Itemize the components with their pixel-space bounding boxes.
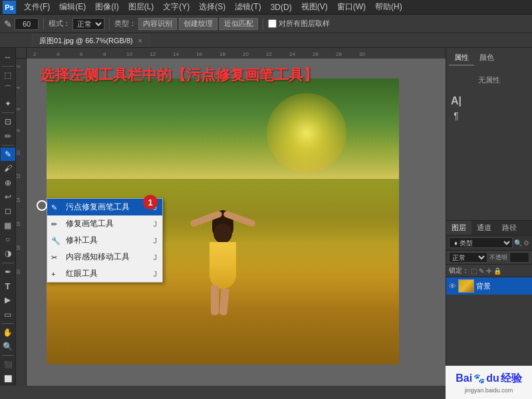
blur-tool[interactable]: ○ — [1, 233, 15, 246]
gradient-tool[interactable]: ▦ — [1, 219, 15, 232]
properties-panel: 属性 颜色 无属性 A| ¶ — [446, 48, 532, 221]
layer-lock-row: 锁定： ⬚ ✎ ✛ 🔒 — [446, 265, 532, 277]
crop-tool[interactable]: ⊡ — [1, 115, 15, 128]
sep3 — [263, 18, 263, 30]
menu-edit[interactable]: 编辑(E) — [55, 0, 90, 14]
sep2 — [109, 18, 110, 30]
sep — [2, 66, 14, 66]
paths-tab[interactable]: 路径 — [497, 221, 522, 235]
approx-match-btn[interactable]: 近似匹配 — [219, 18, 258, 30]
layers-tab[interactable]: 图层 — [446, 221, 471, 235]
menu-image[interactable]: 图像(I) — [91, 0, 122, 14]
all-layers-checkbox[interactable] — [268, 19, 277, 28]
history-brush-tool[interactable]: ↩ — [1, 190, 15, 203]
blend-mode-select[interactable]: 正常 — [449, 252, 487, 263]
tool-icon: ✎ — [4, 19, 12, 29]
mode-select[interactable]: 正常 — [72, 18, 104, 30]
menu-help[interactable]: 帮助(H) — [371, 0, 406, 14]
foreground-color[interactable]: ⬛ — [1, 358, 15, 371]
ctx-patch[interactable]: 🔧 修补工具 J — [47, 232, 162, 249]
ps-icon: Ps — [3, 1, 16, 14]
menu-bar: Ps 文件(F) 编辑(E) 图像(I) 图层(L) 文字(Y) 选择(S) 滤… — [0, 0, 532, 15]
background-color[interactable]: ⬜ — [1, 372, 15, 386]
layers-search-row: ♦ 类型 🔍 ⚙ — [446, 235, 532, 251]
lock-all-icon[interactable]: 🔒 — [493, 267, 501, 275]
ctx-repair-brush[interactable]: ✏ 修复画笔工具 J — [47, 215, 162, 232]
lock-transparent-icon[interactable]: ⬚ — [471, 267, 477, 275]
brush-tool[interactable]: 🖌 — [1, 162, 15, 175]
lock-position-icon[interactable]: ✛ — [486, 267, 491, 275]
canvas-content: 选择左侧工具栏中的【污点修复画笔工具】 ✎ 污点修复画笔工具 J ✏ 修复画笔工… — [27, 59, 446, 386]
photo-sun-glow — [267, 93, 346, 173]
layer-type-select[interactable]: ♦ 类型 — [449, 237, 513, 248]
baidu-logo: Bai 🐾 du 经验 — [456, 372, 521, 386]
all-layers-checkbox-label[interactable]: 对所有图层取样 — [268, 19, 330, 29]
eyedropper-tool[interactable]: ✏ — [1, 130, 15, 143]
photo-girl — [196, 202, 249, 322]
magic-wand-tool[interactable]: ✦ — [1, 97, 15, 110]
red-eye-icon: + — [51, 270, 55, 278]
menu-view[interactable]: 视图(V) — [297, 0, 332, 14]
menu-filter[interactable]: 滤镜(T) — [231, 0, 265, 14]
baidu-url: jingyan.baidu.com — [465, 387, 513, 394]
pen-tool[interactable]: ✒ — [1, 265, 15, 279]
menu-layer[interactable]: 图层(L) — [124, 0, 158, 14]
move-tool[interactable]: ↔ — [1, 51, 15, 64]
zoom-tool[interactable]: 🔍 — [1, 340, 15, 353]
lasso-tool[interactable]: ⌒ — [1, 83, 15, 96]
layers-tabs: 图层 通道 路径 — [446, 221, 532, 235]
repair-brush-icon: ✏ — [51, 219, 57, 228]
color-tab[interactable]: 颜色 — [474, 51, 499, 66]
menu-3d[interactable]: 3D(D) — [267, 1, 296, 13]
ruler-left: 2 4 6 8 10 12 14 16 18 20 — [16, 59, 27, 386]
canvas-area: 2 4 6 8 10 12 14 16 18 20 22 24 26 28 30… — [16, 48, 446, 386]
layer-visibility-icon[interactable]: 👁 — [449, 282, 456, 290]
channels-tab[interactable]: 通道 — [471, 221, 497, 235]
text-style-icon[interactable]: A| — [449, 94, 464, 108]
menu-text[interactable]: 文字(Y) — [159, 0, 194, 14]
menu-select[interactable]: 选择(S) — [195, 0, 229, 14]
lock-image-icon[interactable]: ✎ — [479, 267, 484, 275]
dodge-tool[interactable]: ◑ — [1, 247, 15, 260]
options-bar: ✎ 模式： 正常 类型： 内容识别 创建纹理 近似匹配 对所有图层取样 — [0, 15, 532, 33]
step-badge: 1 — [143, 195, 158, 209]
ruler-corner — [16, 48, 27, 59]
patch-icon: 🔧 — [51, 236, 61, 245]
layer-item-background[interactable]: 👁 背景 — [446, 277, 532, 295]
document-tab[interactable]: 原图01.jpg @ 66.7%(RGB/8) × — [32, 34, 150, 47]
baidu-watermark: Bai 🐾 du 经验 jingyan.baidu.com — [446, 366, 532, 399]
hand-tool[interactable]: ✋ — [1, 326, 15, 339]
marquee-tool[interactable]: ⬚ — [1, 68, 15, 82]
ctx-content-move[interactable]: ✂ 内容感知移动工具 J — [47, 249, 162, 265]
opacity-input[interactable] — [509, 252, 529, 263]
ctx-red-eye[interactable]: + 红眼工具 J — [47, 265, 162, 282]
create-texture-btn[interactable]: 创建纹理 — [179, 18, 217, 30]
layer-thumbnail — [458, 279, 474, 293]
baidu-text-du: du — [486, 372, 499, 384]
eraser-tool[interactable]: ◻ — [1, 204, 15, 217]
panel-tabs: 属性 颜色 — [449, 51, 529, 66]
clone-stamp-tool[interactable]: ⊕ — [1, 176, 15, 190]
context-menu: ✎ 污点修复画笔工具 J ✏ 修复画笔工具 J 🔧 修补工具 J ✂ 内容感知移… — [47, 198, 163, 283]
content-aware-btn[interactable]: 内容识别 — [138, 18, 177, 30]
text-tool[interactable]: T — [1, 279, 15, 293]
layer-options-icon[interactable]: ⚙ — [523, 239, 529, 247]
main-area: ↔ ⬚ ⌒ ✦ ⊡ ✏ ✎ 🖌 ⊕ ↩ ◻ ▦ ○ ◑ ✒ T ▶ ▭ ✋ 🔍 … — [0, 48, 532, 386]
path-select-tool[interactable]: ▶ — [1, 293, 15, 307]
shape-tool[interactable]: ▭ — [1, 308, 15, 321]
ctx-redeye-shortcut: J — [154, 270, 158, 278]
sep4 — [2, 263, 14, 263]
lock-label: 锁定： — [449, 266, 469, 275]
properties-tab[interactable]: 属性 — [449, 51, 474, 66]
menu-file[interactable]: 文件(F) — [20, 0, 54, 14]
panel-icons: A| ¶ — [449, 92, 529, 125]
sep2 — [2, 112, 14, 113]
tab-close-btn[interactable]: × — [138, 37, 142, 45]
paragraph-icon[interactable]: ¶ — [449, 109, 464, 122]
ctx-repair-label: 修复画笔工具 — [66, 218, 114, 229]
ctx-repair-shortcut: J — [154, 220, 158, 228]
brush-size-control — [15, 18, 39, 30]
brush-size-input[interactable] — [15, 18, 39, 30]
heal-brush-tool[interactable]: ✎ — [1, 148, 15, 161]
menu-window[interactable]: 窗口(W) — [333, 0, 370, 14]
